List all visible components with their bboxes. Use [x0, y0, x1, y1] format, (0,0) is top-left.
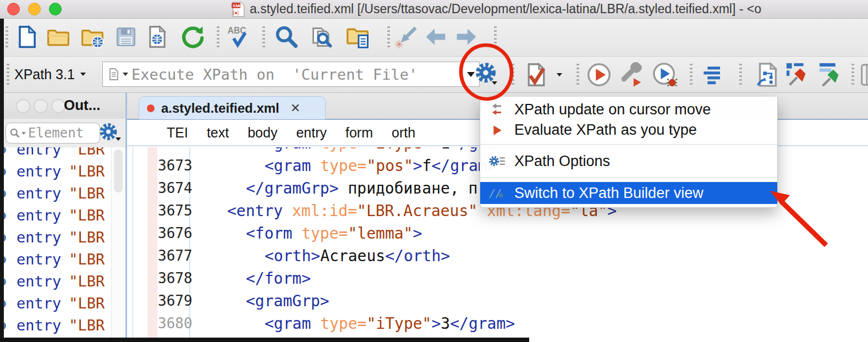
svg-text://: //: [489, 187, 502, 200]
close-tab-icon[interactable]: ✕: [290, 101, 300, 115]
xpath-builder-icon: //: [488, 186, 507, 200]
panel-button-icon[interactable]: [16, 99, 30, 113]
save-button[interactable]: [113, 21, 139, 52]
outline-entry[interactable]: entry"LBR: [0, 293, 111, 315]
chevron-down-icon[interactable]: [21, 132, 26, 135]
save-floppy-icon: [114, 25, 138, 48]
outline-search-field[interactable]: [6, 123, 100, 144]
last-edit-arrow-icon: ✳: [394, 25, 419, 49]
toolbar-grip: [739, 64, 742, 86]
debug-transformation-button[interactable]: [652, 59, 678, 90]
outline-entry[interactable]: entry"LBR: [0, 183, 111, 205]
open-url-button[interactable]: [80, 21, 105, 52]
code-line[interactable]: 3680<gram type="iType">3</gram>: [127, 312, 868, 335]
outline-entry[interactable]: entry"LBR: [0, 271, 111, 293]
open-file-location-button[interactable]: [345, 21, 371, 52]
scrollbar-thumb[interactable]: [114, 150, 123, 192]
toolbar-grip: [690, 64, 693, 86]
menu-item-xpath-options[interactable]: XPath Options: [480, 148, 777, 174]
forward-button[interactable]: [454, 21, 479, 52]
outline-entry[interactable]: entry"LBR: [0, 147, 111, 161]
toolbar-grip: [262, 26, 265, 48]
debug-run-icon: [652, 62, 678, 87]
find-button[interactable]: [274, 21, 299, 52]
find-replace-in-files-button[interactable]: [310, 21, 335, 52]
outline-entry[interactable]: entry"LBR: [0, 249, 111, 271]
editor-tab[interactable]: a.styled.teified.xml ✕: [139, 96, 326, 119]
code-line[interactable]: 3679<gramGrp>: [127, 290, 868, 312]
outline-settings-button[interactable]: [95, 120, 122, 145]
outline-entry[interactable]: entry"LBR: [0, 315, 111, 337]
outline-entry[interactable]: entry"LBR: [0, 227, 111, 249]
open-in-browser-button[interactable]: [145, 21, 170, 52]
help-book-button[interactable]: [859, 59, 868, 90]
panel-button-icon[interactable]: [34, 99, 48, 113]
outline-search-input[interactable]: [27, 125, 84, 141]
chevron-down-icon: [492, 81, 497, 85]
titlebar: XML (●) a.styled.teified.xml [/Users/tta…: [0, 0, 868, 19]
pin-results-button[interactable]: [818, 59, 844, 90]
validate-dropdown-arrow[interactable]: [553, 59, 566, 90]
menu-separator: [480, 144, 777, 145]
close-window-button[interactable]: [7, 3, 20, 15]
scope-document-icon: [107, 67, 120, 81]
breadcrumb-item-orth[interactable]: orth: [392, 125, 415, 141]
breadcrumb-item-text[interactable]: text: [207, 125, 229, 141]
open-folder-button[interactable]: [46, 21, 71, 52]
chevron-down-icon[interactable]: [123, 73, 128, 76]
outline-entry[interactable]: entry"LBR: [0, 161, 111, 183]
window-title: a.styled.teified.xml [/Users/ttasovac/De…: [250, 2, 761, 16]
outline-scrollbar[interactable]: [111, 147, 126, 342]
toolbar-grip: [494, 26, 497, 48]
breadcrumb-item-tei[interactable]: TEI: [167, 125, 188, 141]
code-line[interactable]: 3678</form>: [127, 267, 868, 290]
spell-check-button[interactable]: ABC: [226, 21, 251, 52]
validate-document-button[interactable]: [524, 59, 549, 90]
format-indent-button[interactable]: [700, 59, 725, 90]
zoom-window-button[interactable]: [49, 3, 62, 15]
minimize-window-button[interactable]: [28, 3, 41, 15]
open-url-folder-globe-icon: [81, 25, 104, 48]
outline-entry-list: entry"LBRentry"LBRentry"LBRentry"LBRentr…: [0, 147, 111, 342]
xpath-settings-button[interactable]: [473, 58, 498, 89]
toolbar-grip: [512, 64, 514, 86]
code-line[interactable]: 3677<orth>Acraeus</orth>: [127, 245, 868, 267]
breadcrumb-item-body[interactable]: body: [248, 125, 277, 141]
document-globe-icon: [146, 25, 169, 48]
last-edit-location-button[interactable]: ✳: [394, 21, 419, 52]
menu-item-switch-to-xpath-builder-view[interactable]: // Switch to XPath Builder view: [480, 182, 777, 204]
toolbar-grip: [576, 64, 579, 86]
reload-button[interactable]: [179, 21, 205, 52]
back-button[interactable]: [423, 21, 448, 52]
refactoring-icon: [755, 62, 780, 87]
toolbar-grip: [217, 26, 219, 48]
open-folder-icon: [47, 25, 70, 48]
code-line-text: <orth>Acraeus</orth>: [193, 245, 450, 267]
menu-item-xpath-update-on-cursor-move[interactable]: XPath update on cursor move: [480, 100, 777, 120]
line-number: 3677: [158, 245, 186, 267]
pin-selection-button[interactable]: [785, 59, 811, 90]
apply-transformation-button[interactable]: [586, 59, 612, 90]
xpath-version-dropdown[interactable]: XPath 3.1: [14, 57, 86, 92]
breadcrumb-item-form[interactable]: form: [345, 125, 373, 141]
configure-transformation-button[interactable]: [619, 59, 645, 90]
chevron-down-icon: [80, 73, 86, 76]
gear-dropdown-menu: XPath update on cursor move Evaluate XPa…: [480, 97, 778, 208]
search-icon: [9, 128, 20, 139]
modified-indicator-icon: [147, 104, 155, 112]
application-window: XML (●) a.styled.teified.xml [/Users/tta…: [0, 0, 868, 342]
outline-entry[interactable]: entry"LBR: [0, 205, 111, 227]
main-toolbar: ABC: [0, 19, 868, 57]
code-line[interactable]: 3676<form type="lemma">: [127, 222, 868, 245]
gear-lines-icon: [488, 154, 507, 168]
breadcrumb-item-entry[interactable]: entry: [296, 125, 327, 141]
folder-document-icon: [346, 25, 370, 49]
xpath-expression-input[interactable]: [130, 65, 465, 84]
outline-search-row: [0, 119, 125, 148]
xml-refactoring-button[interactable]: [755, 59, 780, 90]
code-line-text: <gramGrp>: [193, 290, 329, 312]
search-icon: [274, 25, 299, 49]
xpath-expression-combo[interactable]: [102, 62, 480, 87]
menu-item-evaluate-xpath-as-you-type[interactable]: Evaluate XPath as you type: [480, 120, 777, 140]
new-document-button[interactable]: [15, 21, 40, 52]
